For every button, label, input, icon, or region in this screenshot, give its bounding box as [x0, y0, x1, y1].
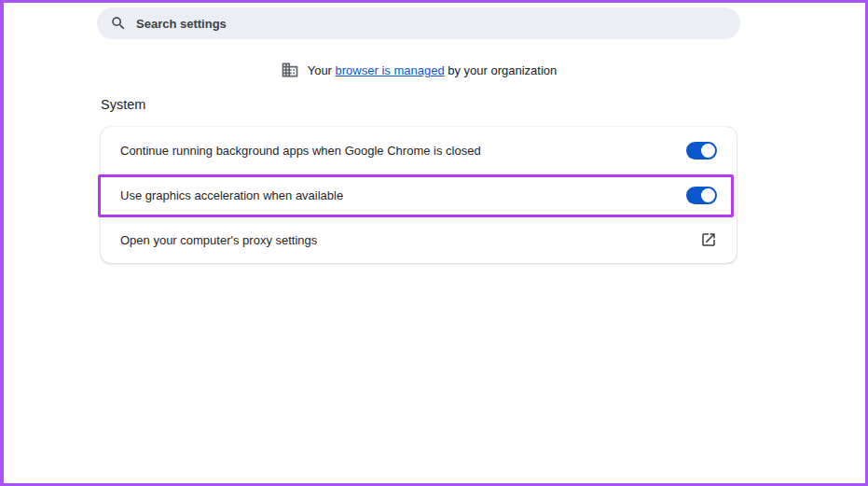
managed-notice: Your browser is managed by your organiza…	[97, 61, 740, 79]
toggle-thumb	[701, 188, 715, 202]
chrome-settings-page: Your browser is managed by your organiza…	[0, 0, 868, 486]
toggle-thumb	[701, 144, 715, 158]
setting-label: Open your computer's proxy settings	[120, 233, 317, 247]
search-icon	[110, 15, 127, 32]
setting-row-background-apps: Continue running background apps when Go…	[101, 127, 737, 174]
setting-row-proxy-settings[interactable]: Open your computer's proxy settings	[101, 215, 737, 263]
setting-label: Use graphics acceleration when available	[120, 188, 343, 202]
managed-notice-text: Your browser is managed by your organiza…	[308, 63, 558, 77]
search-input[interactable]	[136, 17, 727, 31]
search-bar[interactable]	[97, 7, 740, 39]
open-in-new-icon[interactable]	[700, 231, 717, 248]
setting-row-graphics-acceleration: Use graphics acceleration when available	[101, 174, 737, 215]
section-title-system: System	[101, 97, 145, 112]
setting-label: Continue running background apps when Go…	[120, 144, 481, 158]
graphics-acceleration-toggle[interactable]	[686, 187, 717, 204]
system-settings-card: Continue running background apps when Go…	[101, 127, 737, 263]
managed-notice-suffix: by your organization	[445, 63, 558, 77]
background-apps-toggle[interactable]	[686, 142, 717, 160]
managed-notice-prefix: Your	[308, 63, 336, 77]
organization-building-icon	[281, 61, 299, 79]
browser-managed-link[interactable]: browser is managed	[336, 63, 445, 77]
